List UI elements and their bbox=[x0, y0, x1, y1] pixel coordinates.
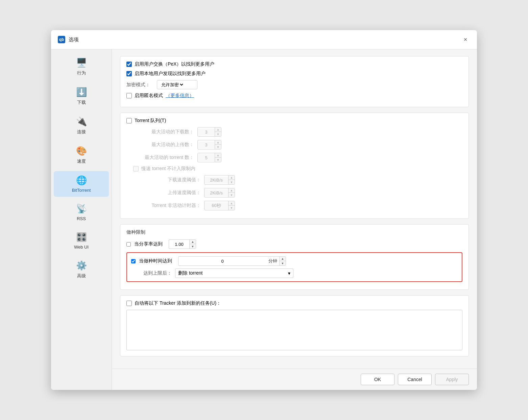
seed-limit-title: 做种限制 bbox=[126, 229, 462, 235]
action-row: 达到上限后： 删除 torrent ▾ bbox=[131, 269, 458, 278]
sidebar-item-advanced[interactable]: ⚙️ 高级 bbox=[54, 256, 109, 283]
upload-speed-spin-up[interactable]: ▲ bbox=[229, 188, 235, 193]
share-ratio-spin-down[interactable]: ▼ bbox=[190, 244, 196, 249]
slow-torrent-checkbox[interactable] bbox=[133, 166, 139, 171]
max-uploads-spinbox: ▲ ▼ bbox=[197, 140, 221, 149]
advanced-icon: ⚙️ bbox=[76, 260, 87, 271]
action-value: 删除 torrent bbox=[178, 270, 202, 276]
sidebar-item-behavior[interactable]: 🖥️ 行为 bbox=[54, 53, 109, 80]
encryption-select-wrapper[interactable]: 允许加密 强制加密 禁用加密 bbox=[157, 80, 197, 89]
pex-label: 启用用户交换（PeX）以找到更多用户 bbox=[135, 61, 214, 67]
upload-speed-spin-down[interactable]: ▼ bbox=[229, 193, 235, 197]
inactive-timer-spin-up[interactable]: ▲ bbox=[229, 201, 235, 206]
download-speed-spin-down[interactable]: ▼ bbox=[229, 180, 235, 184]
seed-time-spin-up[interactable]: ▲ bbox=[280, 257, 286, 261]
max-torrents-label: 最大活动的 torrent 数： bbox=[126, 155, 194, 161]
dialog-body: 🖥️ 行为 ⬇️ 下载 🔌 连接 🎨 速度 🌐 BitTorrent 📡 bbox=[51, 49, 477, 390]
max-uploads-spin-buttons: ▲ ▼ bbox=[215, 140, 221, 149]
sidebar-item-speed[interactable]: 🎨 速度 bbox=[54, 142, 109, 168]
seed-time-input[interactable] bbox=[178, 258, 266, 265]
seed-time-checkbox[interactable] bbox=[131, 259, 136, 263]
close-button[interactable]: × bbox=[461, 35, 470, 44]
torrent-queue-section: Torrent 队列(T) 最大活动的下载数： ▲ ▼ 最 bbox=[120, 113, 469, 219]
auto-tracker-section: 自动将以下 Tracker 添加到新的任务(U)： bbox=[120, 295, 469, 356]
webui-icon: 🎛️ bbox=[76, 232, 87, 242]
share-ratio-spin-buttons: ▲ ▼ bbox=[189, 240, 196, 249]
cancel-button[interactable]: Cancel bbox=[398, 374, 432, 385]
share-ratio-input[interactable] bbox=[169, 241, 189, 248]
inactive-timer-spin-buttons: ▲ ▼ bbox=[228, 201, 235, 210]
download-icon: ⬇️ bbox=[76, 87, 87, 97]
ok-button[interactable]: OK bbox=[361, 374, 394, 385]
bittorrent-icon: 🌐 bbox=[76, 175, 87, 186]
local-discovery-checkbox[interactable] bbox=[126, 71, 132, 76]
sidebar-item-label-download: 下载 bbox=[77, 99, 86, 106]
encryption-label: 加密模式： bbox=[126, 82, 153, 88]
max-torrents-spin-buttons: ▲ ▼ bbox=[215, 153, 221, 162]
share-ratio-label: 当分享率达到 bbox=[134, 241, 163, 247]
more-info-link[interactable]: （更多信息） bbox=[166, 93, 194, 99]
anonymous-mode-label: 启用匿名模式 bbox=[135, 93, 163, 99]
max-uploads-row: 最大活动的上传数： ▲ ▼ bbox=[126, 140, 462, 149]
torrent-queue-checkbox[interactable] bbox=[126, 118, 132, 123]
behavior-icon: 🖥️ bbox=[76, 57, 87, 68]
sidebar-item-rss[interactable]: 📡 RSS bbox=[54, 200, 109, 225]
sidebar-item-bittorrent[interactable]: 🌐 BitTorrent bbox=[54, 171, 109, 197]
action-label: 达到上限后： bbox=[131, 270, 172, 276]
rss-icon: 📡 bbox=[76, 204, 87, 214]
dialog-footer: OK Cancel Apply bbox=[112, 369, 477, 390]
encryption-select[interactable]: 允许加密 强制加密 禁用加密 bbox=[160, 82, 184, 88]
anonymous-mode-row: 启用匿名模式 （更多信息） bbox=[126, 93, 462, 99]
apply-button[interactable]: Apply bbox=[435, 374, 469, 385]
download-speed-threshold-input[interactable] bbox=[205, 177, 228, 184]
sidebar-item-connection[interactable]: 🔌 连接 bbox=[54, 112, 109, 139]
download-speed-threshold-row: 下载速度阈值： ▲ ▼ bbox=[133, 175, 462, 185]
tracker-textarea[interactable] bbox=[126, 310, 462, 350]
max-torrents-row: 最大活动的 torrent 数： ▲ ▼ bbox=[126, 153, 462, 162]
max-downloads-spin-down[interactable]: ▼ bbox=[215, 132, 221, 136]
max-torrents-spin-down[interactable]: ▼ bbox=[215, 158, 221, 162]
upload-speed-threshold-row: 上传速度阈值： ▲ ▼ bbox=[133, 188, 462, 197]
share-ratio-spin-up[interactable]: ▲ bbox=[190, 240, 196, 244]
upload-speed-threshold-input[interactable] bbox=[205, 189, 228, 196]
download-speed-threshold-label: 下载速度阈值： bbox=[133, 177, 201, 183]
sidebar-item-webui[interactable]: 🎛️ Web UI bbox=[54, 228, 109, 254]
max-torrents-spinbox: ▲ ▼ bbox=[197, 153, 221, 162]
max-torrents-spin-up[interactable]: ▲ bbox=[215, 153, 221, 158]
seed-time-spin-down[interactable]: ▼ bbox=[280, 261, 286, 265]
encryption-row: 加密模式： 允许加密 强制加密 禁用加密 bbox=[126, 80, 462, 89]
upload-speed-threshold-spinbox: ▲ ▼ bbox=[204, 188, 235, 197]
action-select-wrapper[interactable]: 删除 torrent ▾ bbox=[175, 269, 293, 278]
inactive-timer-label: Torrent 非活动计时器： bbox=[133, 203, 201, 209]
sidebar-item-download[interactable]: ⬇️ 下载 bbox=[54, 83, 109, 110]
inactive-timer-input[interactable] bbox=[205, 202, 228, 209]
sidebar: 🖥️ 行为 ⬇️ 下载 🔌 连接 🎨 速度 🌐 BitTorrent 📡 bbox=[51, 49, 112, 390]
max-uploads-spin-up[interactable]: ▲ bbox=[215, 140, 221, 145]
seed-time-unit: 分钟 bbox=[266, 258, 279, 264]
seed-time-spinbox: 分钟 ▲ ▼ bbox=[178, 256, 286, 266]
slow-torrent-group: 慢速 torrent 不计入限制内 下载速度阈值： ▲ ▼ bbox=[133, 166, 462, 210]
inactive-timer-spinbox: ▲ ▼ bbox=[204, 201, 235, 210]
app-icon: qb bbox=[58, 36, 65, 43]
max-torrents-input[interactable] bbox=[198, 154, 215, 161]
sidebar-item-label-behavior: 行为 bbox=[77, 70, 86, 76]
max-uploads-input[interactable] bbox=[198, 141, 215, 148]
max-downloads-spinbox: ▲ ▼ bbox=[197, 127, 221, 137]
anonymous-mode-checkbox[interactable] bbox=[126, 93, 132, 98]
connection-icon: 🔌 bbox=[76, 116, 87, 127]
pex-checkbox[interactable] bbox=[126, 62, 132, 67]
seed-time-row: 当做种时间达到 分钟 ▲ ▼ bbox=[131, 256, 458, 266]
auto-tracker-checkbox[interactable] bbox=[126, 301, 132, 306]
upload-speed-spin-buttons: ▲ ▼ bbox=[228, 188, 235, 197]
max-downloads-input[interactable] bbox=[198, 129, 215, 136]
max-uploads-spin-down[interactable]: ▼ bbox=[215, 145, 221, 149]
action-dropdown-icon: ▾ bbox=[288, 271, 290, 276]
seed-limit-section: 做种限制 当分享率达到 ▲ ▼ bbox=[120, 224, 469, 290]
slow-torrent-row: 慢速 torrent 不计入限制内 bbox=[133, 166, 462, 172]
download-speed-spin-up[interactable]: ▲ bbox=[229, 176, 235, 180]
share-ratio-row: 当分享率达到 ▲ ▼ bbox=[126, 239, 462, 249]
download-speed-threshold-spinbox: ▲ ▼ bbox=[204, 175, 235, 185]
inactive-timer-spin-down[interactable]: ▼ bbox=[229, 206, 235, 210]
max-downloads-spin-up[interactable]: ▲ bbox=[215, 127, 221, 132]
share-ratio-checkbox[interactable] bbox=[126, 242, 131, 247]
